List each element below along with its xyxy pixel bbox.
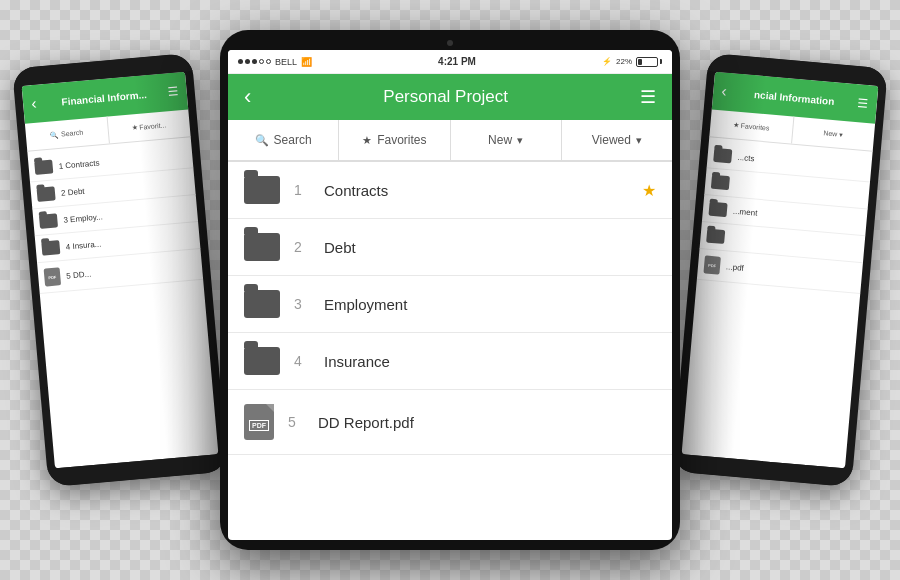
signal-dots [238, 59, 271, 64]
wifi-icon: 📶 [301, 57, 312, 67]
file-name: Insurance [324, 353, 656, 370]
search-label: Search [274, 133, 312, 147]
tablet-camera [447, 40, 453, 46]
menu-button[interactable]: ☰ [640, 86, 656, 108]
bluetooth-icon: ⚡ [602, 57, 612, 66]
star-icon: ★ [362, 134, 372, 147]
favorites-label: Favorites [377, 133, 426, 147]
dot1 [238, 59, 243, 64]
file-name: Contracts [324, 182, 642, 199]
right-phone: ‹ ncial Information ☰ ★ Favorites New ▾ … [672, 53, 888, 487]
status-bar: BELL 📶 4:21 PM ⚡ 22% [228, 50, 672, 74]
toolbar: 🔍 Search ★ Favorites New ▾ Viewed ▾ [228, 120, 672, 162]
pdf-icon: PDF [703, 255, 721, 274]
table-row[interactable]: PDF 5 DD Report.pdf [228, 390, 672, 455]
left-phone-back: ‹ [30, 95, 37, 113]
page-title: Personal Project [383, 87, 508, 107]
table-row[interactable]: 3 Employment [228, 276, 672, 333]
star-icon[interactable]: ★ [642, 181, 656, 200]
folder-icon [37, 186, 56, 202]
folder-icon [41, 240, 60, 256]
new-label: New [488, 133, 512, 147]
carrier-label: BELL [275, 57, 297, 67]
right-phone-menu: ☰ [857, 96, 869, 111]
center-tablet: BELL 📶 4:21 PM ⚡ 22% ‹ [220, 30, 680, 550]
viewed-chevron-icon: ▾ [636, 134, 642, 147]
favorites-button[interactable]: ★ Favorites [339, 120, 450, 160]
status-time: 4:21 PM [438, 56, 476, 67]
dot2 [245, 59, 250, 64]
battery-pct: 22% [616, 57, 632, 66]
new-button[interactable]: New ▾ [451, 120, 562, 160]
file-number: 2 [294, 239, 314, 255]
battery-indicator [636, 57, 662, 67]
left-phone-list: 1 Contracts 2 Debt 3 Employ... 4 Insura.… [27, 137, 203, 298]
left-phone-menu: ☰ [167, 84, 179, 99]
folder-icon [708, 202, 727, 218]
file-number: 4 [294, 353, 314, 369]
search-button[interactable]: 🔍 Search [228, 120, 339, 160]
folder-icon [39, 213, 58, 229]
viewed-button[interactable]: Viewed ▾ [562, 120, 672, 160]
file-name: DD Report.pdf [318, 414, 656, 431]
folder-icon [34, 159, 53, 175]
battery-fill [638, 59, 642, 65]
right-phone-title: ncial Information [730, 87, 858, 109]
left-phone: ‹ Financial Inform... ☰ 🔍 Search ★ Favor… [12, 53, 228, 487]
file-list: 1 Contracts ★ 2 Debt 3 Employment 4 [228, 162, 672, 540]
viewed-label: Viewed [592, 133, 631, 147]
table-row[interactable]: 2 Debt [228, 219, 672, 276]
folder-icon [244, 290, 280, 318]
app-header: ‹ Personal Project ☰ [228, 74, 672, 120]
folder-icon [244, 347, 280, 375]
right-phone-list: ...cts ...ment PDF ...pdf [696, 137, 872, 298]
folder-icon [706, 229, 725, 245]
file-number: 3 [294, 296, 314, 312]
folder-icon [244, 233, 280, 261]
tablet-screen: BELL 📶 4:21 PM ⚡ 22% ‹ [228, 50, 672, 540]
new-chevron-icon: ▾ [517, 134, 523, 147]
folder-icon [713, 148, 732, 164]
folder-icon [711, 175, 730, 191]
search-icon: 🔍 [255, 134, 269, 147]
table-row[interactable]: 1 Contracts ★ [228, 162, 672, 219]
right-phone-back: ‹ [721, 82, 728, 100]
dot4 [259, 59, 264, 64]
file-number: 5 [288, 414, 308, 430]
pdf-icon: PDF [44, 267, 62, 286]
file-name: Debt [324, 239, 656, 256]
file-name: Employment [324, 296, 656, 313]
table-row[interactable]: 4 Insurance [228, 333, 672, 390]
pdf-icon: PDF [244, 404, 274, 440]
back-button[interactable]: ‹ [244, 86, 251, 108]
file-number: 1 [294, 182, 314, 198]
folder-icon [244, 176, 280, 204]
left-phone-title: Financial Inform... [40, 87, 168, 109]
dot5 [266, 59, 271, 64]
dot3 [252, 59, 257, 64]
